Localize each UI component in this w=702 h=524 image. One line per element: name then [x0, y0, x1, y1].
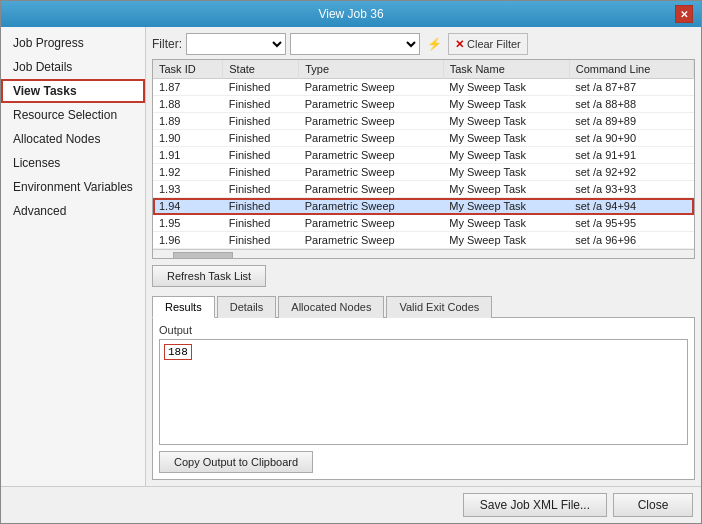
hscroll-thumb[interactable]: [173, 252, 233, 259]
table-cell-cmd: set /a 94+94: [569, 198, 693, 215]
table-row[interactable]: 1.93FinishedParametric SweepMy Sweep Tas…: [153, 181, 694, 198]
table-cell-name: My Sweep Task: [443, 215, 569, 232]
table-row[interactable]: 1.89FinishedParametric SweepMy Sweep Tas…: [153, 113, 694, 130]
clear-filter-x-icon: ✕: [455, 38, 464, 51]
sidebar-item-job-progress[interactable]: Job Progress: [1, 31, 145, 55]
table-cell-state: Finished: [223, 96, 299, 113]
table-cell-cmd: set /a 93+93: [569, 181, 693, 198]
table-cell-cmd: set /a 89+89: [569, 113, 693, 130]
table-cell-state: Finished: [223, 130, 299, 147]
table-cell-type: Parametric Sweep: [299, 164, 443, 181]
table-cell-state: Finished: [223, 198, 299, 215]
col-header-task-id: Task ID: [153, 60, 223, 79]
table-cell-cmd: set /a 92+92: [569, 164, 693, 181]
col-header-type: Type: [299, 60, 443, 79]
table-cell-type: Parametric Sweep: [299, 198, 443, 215]
save-job-xml-button[interactable]: Save Job XML File...: [463, 493, 607, 517]
table-cell-id: 1.96: [153, 232, 223, 249]
output-area: 188: [159, 339, 688, 445]
col-header-state: State: [223, 60, 299, 79]
output-label: Output: [159, 324, 688, 336]
output-value: 188: [164, 344, 192, 360]
table-row[interactable]: 1.92FinishedParametric SweepMy Sweep Tas…: [153, 164, 694, 181]
sidebar-item-environment-variables[interactable]: Environment Variables: [1, 175, 145, 199]
table-row[interactable]: 1.90FinishedParametric SweepMy Sweep Tas…: [153, 130, 694, 147]
table-cell-state: Finished: [223, 113, 299, 130]
sidebar: Job Progress Job Details View Tasks Reso…: [1, 27, 146, 486]
tab-details[interactable]: Details: [217, 296, 277, 318]
tab-results[interactable]: Results: [152, 296, 215, 318]
title-bar: View Job 36 ✕: [1, 1, 701, 27]
table-cell-cmd: set /a 87+87: [569, 79, 693, 96]
filter-field-dropdown[interactable]: [186, 33, 286, 55]
table-row[interactable]: 1.91FinishedParametric SweepMy Sweep Tas…: [153, 147, 694, 164]
main-window: View Job 36 ✕ Job Progress Job Details V…: [0, 0, 702, 524]
table-cell-cmd: set /a 96+96: [569, 232, 693, 249]
table-cell-state: Finished: [223, 164, 299, 181]
filter-bar: Filter: ⚡ ✕ Clear Filter: [152, 33, 695, 55]
table-cell-name: My Sweep Task: [443, 181, 569, 198]
table-cell-cmd: set /a 95+95: [569, 215, 693, 232]
close-window-button[interactable]: ✕: [675, 5, 693, 23]
task-table: Task ID State Type Task Name Command Lin…: [153, 60, 694, 249]
tabs-section: Results Details Allocated Nodes Valid Ex…: [152, 295, 695, 480]
table-cell-name: My Sweep Task: [443, 198, 569, 215]
table-cell-name: My Sweep Task: [443, 130, 569, 147]
table-cell-id: 1.87: [153, 79, 223, 96]
table-cell-id: 1.89: [153, 113, 223, 130]
sidebar-item-licenses[interactable]: Licenses: [1, 151, 145, 175]
table-cell-type: Parametric Sweep: [299, 215, 443, 232]
main-panel: Filter: ⚡ ✕ Clear Filter: [146, 27, 701, 486]
table-cell-type: Parametric Sweep: [299, 181, 443, 198]
table-cell-type: Parametric Sweep: [299, 130, 443, 147]
sidebar-item-resource-selection[interactable]: Resource Selection: [1, 103, 145, 127]
close-button[interactable]: Close: [613, 493, 693, 517]
table-cell-cmd: set /a 90+90: [569, 130, 693, 147]
table-cell-state: Finished: [223, 181, 299, 198]
sidebar-item-advanced[interactable]: Advanced: [1, 199, 145, 223]
table-cell-id: 1.94: [153, 198, 223, 215]
table-cell-state: Finished: [223, 147, 299, 164]
table-row[interactable]: 1.87FinishedParametric SweepMy Sweep Tas…: [153, 79, 694, 96]
table-row[interactable]: 1.94FinishedParametric SweepMy Sweep Tas…: [153, 198, 694, 215]
table-cell-id: 1.90: [153, 130, 223, 147]
task-table-scroll[interactable]: Task ID State Type Task Name Command Lin…: [153, 60, 694, 258]
table-header-row: Task ID State Type Task Name Command Lin…: [153, 60, 694, 79]
table-cell-type: Parametric Sweep: [299, 113, 443, 130]
table-cell-type: Parametric Sweep: [299, 147, 443, 164]
refresh-task-list-button[interactable]: Refresh Task List: [152, 265, 266, 287]
table-row[interactable]: 1.95FinishedParametric SweepMy Sweep Tas…: [153, 215, 694, 232]
table-cell-state: Finished: [223, 79, 299, 96]
clear-filter-button[interactable]: ✕ Clear Filter: [448, 33, 528, 55]
col-header-command-line: Command Line: [569, 60, 693, 79]
tab-allocated-nodes[interactable]: Allocated Nodes: [278, 296, 384, 318]
sidebar-item-job-details[interactable]: Job Details: [1, 55, 145, 79]
task-table-container: Task ID State Type Task Name Command Lin…: [152, 59, 695, 259]
filter-label: Filter:: [152, 37, 182, 51]
copy-output-button[interactable]: Copy Output to Clipboard: [159, 451, 313, 473]
table-cell-name: My Sweep Task: [443, 96, 569, 113]
table-cell-cmd: set /a 91+91: [569, 147, 693, 164]
table-cell-type: Parametric Sweep: [299, 79, 443, 96]
sidebar-item-view-tasks[interactable]: View Tasks: [1, 79, 145, 103]
table-cell-id: 1.91: [153, 147, 223, 164]
window-title: View Job 36: [27, 7, 675, 21]
table-cell-id: 1.93: [153, 181, 223, 198]
col-header-task-name: Task Name: [443, 60, 569, 79]
table-cell-cmd: set /a 88+88: [569, 96, 693, 113]
bottom-bar: Save Job XML File... Close: [1, 486, 701, 523]
table-cell-name: My Sweep Task: [443, 113, 569, 130]
table-row[interactable]: 1.88FinishedParametric SweepMy Sweep Tas…: [153, 96, 694, 113]
table-cell-state: Finished: [223, 215, 299, 232]
horizontal-scrollbar[interactable]: [153, 249, 694, 258]
table-cell-type: Parametric Sweep: [299, 232, 443, 249]
table-cell-name: My Sweep Task: [443, 147, 569, 164]
tab-valid-exit-codes[interactable]: Valid Exit Codes: [386, 296, 492, 318]
filter-value-dropdown[interactable]: [290, 33, 420, 55]
table-row[interactable]: 1.96FinishedParametric SweepMy Sweep Tas…: [153, 232, 694, 249]
filter-icon: ⚡: [424, 34, 444, 54]
sidebar-item-allocated-nodes[interactable]: Allocated Nodes: [1, 127, 145, 151]
table-cell-id: 1.88: [153, 96, 223, 113]
tab-bar: Results Details Allocated Nodes Valid Ex…: [152, 295, 695, 318]
clear-filter-label: Clear Filter: [467, 38, 521, 50]
